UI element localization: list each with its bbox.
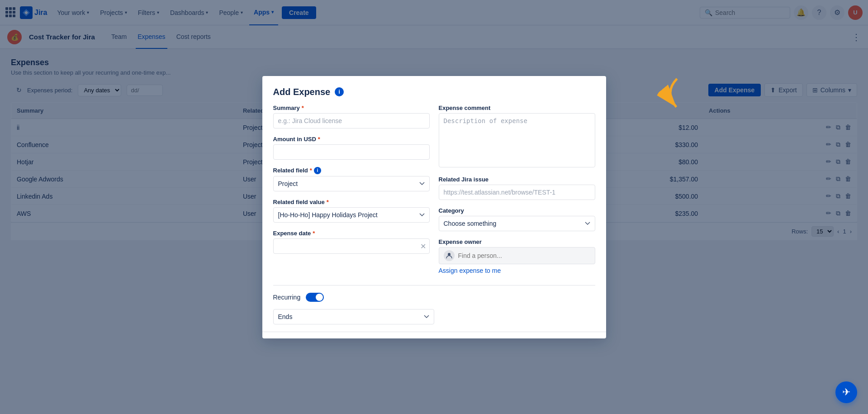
- modal-header: Add Expense i: [262, 76, 606, 105]
- recurring-section: Recurring: [273, 289, 595, 305]
- toggle-knob: [316, 294, 323, 301]
- amount-label: Amount in USD *: [273, 136, 430, 143]
- modal-title: Add Expense: [273, 87, 331, 97]
- category-label: Category: [439, 207, 595, 214]
- expense-comment-label: Expense comment: [439, 105, 595, 111]
- recurring-row: Recurring: [273, 293, 595, 302]
- ends-select[interactable]: Ends: [273, 309, 434, 324]
- expense-owner-group: Expense owner Assign expense to me: [439, 238, 595, 274]
- summary-group: Summary *: [273, 105, 430, 128]
- related-field-info-icon[interactable]: i: [314, 167, 321, 174]
- amount-group: Amount in USD * 100: [273, 136, 430, 160]
- related-field-group: Related field * i Project User Sprint: [273, 167, 430, 191]
- modal-footer: Cancel Add: [262, 332, 606, 338]
- find-person-input[interactable]: [458, 252, 590, 259]
- recurring-label: Recurring: [273, 294, 301, 301]
- related-field-select[interactable]: Project User Sprint: [273, 176, 430, 191]
- modal-overlay: Add Expense i Summary * A: [0, 0, 868, 414]
- chat-fab-button[interactable]: ✈: [835, 381, 857, 403]
- person-input-wrapper[interactable]: [439, 247, 595, 264]
- required-indicator: *: [318, 136, 320, 143]
- related-jira-issue-input[interactable]: [439, 185, 595, 200]
- svg-point-1: [448, 253, 451, 256]
- category-select[interactable]: Choose something: [439, 216, 595, 231]
- summary-label: Summary *: [273, 105, 430, 111]
- ends-section: Ends: [273, 309, 595, 324]
- summary-input[interactable]: [273, 113, 430, 128]
- date-clear-icon[interactable]: ✕: [420, 242, 426, 250]
- required-indicator: *: [313, 230, 315, 237]
- related-field-value-group: Related field value * [Ho-Ho-Ho] Happy H…: [273, 199, 430, 223]
- modal-two-columns: Summary * Amount in USD * 100: [273, 105, 595, 281]
- related-jira-issue-group: Related Jira issue: [439, 176, 595, 200]
- related-field-label: Related field * i: [273, 167, 430, 174]
- expense-owner-label: Expense owner: [439, 238, 595, 245]
- chat-icon: ✈: [842, 386, 850, 398]
- category-group: Category Choose something: [439, 207, 595, 231]
- expense-date-group: Expense date * 16/Feb/2023 ✕: [273, 230, 430, 254]
- assign-to-me-link[interactable]: Assign expense to me: [439, 267, 595, 274]
- person-avatar-icon: [444, 250, 455, 261]
- related-field-value-label: Related field value *: [273, 199, 430, 205]
- expense-date-input[interactable]: 16/Feb/2023: [273, 238, 430, 254]
- required-indicator: *: [310, 167, 312, 174]
- modal-right-col: Expense comment Related Jira issue Categ…: [439, 105, 595, 281]
- modal-body: Summary * Amount in USD * 100: [262, 105, 606, 332]
- expense-comment-textarea[interactable]: [439, 113, 595, 167]
- required-indicator: *: [327, 199, 329, 205]
- expense-comment-group: Expense comment: [439, 105, 595, 169]
- info-icon[interactable]: i: [335, 87, 344, 96]
- add-expense-modal: Add Expense i Summary * A: [262, 76, 606, 338]
- expense-date-label: Expense date *: [273, 230, 430, 237]
- required-indicator: *: [302, 105, 304, 111]
- related-field-value-select[interactable]: [Ho-Ho-Ho] Happy Holidays Project: [273, 207, 430, 223]
- modal-left-col: Summary * Amount in USD * 100: [273, 105, 430, 281]
- recurring-toggle[interactable]: [306, 293, 324, 302]
- modal-divider: [273, 285, 595, 286]
- amount-input[interactable]: 100: [273, 144, 430, 160]
- related-jira-issue-label: Related Jira issue: [439, 176, 595, 183]
- date-field-wrapper: 16/Feb/2023 ✕: [273, 238, 430, 254]
